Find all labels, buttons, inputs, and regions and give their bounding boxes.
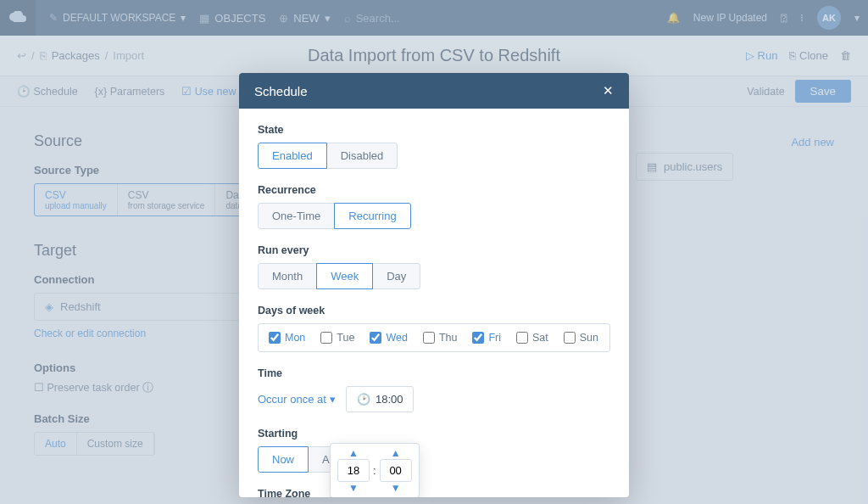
recurrence-recurring[interactable]: Recurring xyxy=(334,203,410,229)
state-label: State xyxy=(258,124,610,136)
day-label: Thu xyxy=(439,332,458,344)
time-value: 18:00 xyxy=(376,393,403,406)
day-wed[interactable]: Wed xyxy=(370,332,407,344)
hour-up[interactable]: ▲ xyxy=(348,449,359,457)
occur-selector[interactable]: Occur once at ▾ xyxy=(258,393,336,406)
runevery-month[interactable]: Month xyxy=(258,263,317,289)
clock-icon: 🕑 xyxy=(357,393,370,406)
runevery-group: Month Week Day xyxy=(258,263,610,289)
day-checkbox[interactable] xyxy=(516,332,528,344)
time-picker: ▲ ▼ : ▲ ▼ xyxy=(330,443,420,497)
minute-input[interactable] xyxy=(380,459,412,482)
hour-down[interactable]: ▼ xyxy=(348,484,359,492)
day-thu[interactable]: Thu xyxy=(423,332,458,344)
day-checkbox[interactable] xyxy=(370,332,381,344)
recurrence-label: Recurrence xyxy=(258,184,610,196)
occur-label: Occur once at xyxy=(258,393,326,406)
hour-input[interactable] xyxy=(337,459,370,482)
day-checkbox[interactable] xyxy=(269,332,281,344)
day-checkbox[interactable] xyxy=(472,332,484,344)
day-tue[interactable]: Tue xyxy=(320,332,354,344)
state-disabled[interactable]: Disabled xyxy=(326,143,398,169)
minute-up[interactable]: ▲ xyxy=(391,449,401,457)
state-group: Enabled Disabled xyxy=(258,143,610,169)
close-icon[interactable]: ✕ xyxy=(603,83,614,98)
day-fri[interactable]: Fri xyxy=(472,332,501,344)
schedule-dialog: Schedule ✕ State Enabled Disabled Recurr… xyxy=(239,73,629,497)
days-group: MonTueWedThuFriSatSun xyxy=(258,323,610,352)
modal-overlay: Schedule ✕ State Enabled Disabled Recurr… xyxy=(0,0,868,504)
day-label: Sat xyxy=(532,332,548,344)
time-label: Time xyxy=(258,367,610,379)
day-label: Tue xyxy=(337,332,354,344)
runevery-week[interactable]: Week xyxy=(316,263,373,289)
state-enabled[interactable]: Enabled xyxy=(258,143,327,169)
recurrence-group: One-Time Recurring xyxy=(258,203,610,229)
recurrence-onetime[interactable]: One-Time xyxy=(258,203,335,229)
runevery-label: Run every xyxy=(258,244,610,256)
minute-down[interactable]: ▼ xyxy=(391,484,401,492)
chevron-down-icon: ▾ xyxy=(330,393,336,406)
day-checkbox[interactable] xyxy=(423,332,435,344)
runevery-day[interactable]: Day xyxy=(372,263,420,289)
day-checkbox[interactable] xyxy=(564,332,576,344)
time-input[interactable]: 🕑 18:00 xyxy=(346,386,415,412)
day-label: Wed xyxy=(386,332,407,344)
tz-label: Time Zone xyxy=(258,488,610,497)
time-sep: : xyxy=(373,464,376,477)
starting-label: Starting xyxy=(258,428,610,440)
day-sat[interactable]: Sat xyxy=(516,332,548,344)
dialog-title: Schedule xyxy=(254,84,308,98)
starting-group: Now At a specific time xyxy=(258,446,610,473)
day-label: Fri xyxy=(488,332,501,344)
day-label: Mon xyxy=(285,332,305,344)
day-checkbox[interactable] xyxy=(320,332,332,344)
day-sun[interactable]: Sun xyxy=(564,332,598,344)
day-mon[interactable]: Mon xyxy=(269,332,305,344)
starting-now[interactable]: Now xyxy=(258,446,309,473)
day-label: Sun xyxy=(580,332,598,344)
days-label: Days of week xyxy=(258,305,610,316)
